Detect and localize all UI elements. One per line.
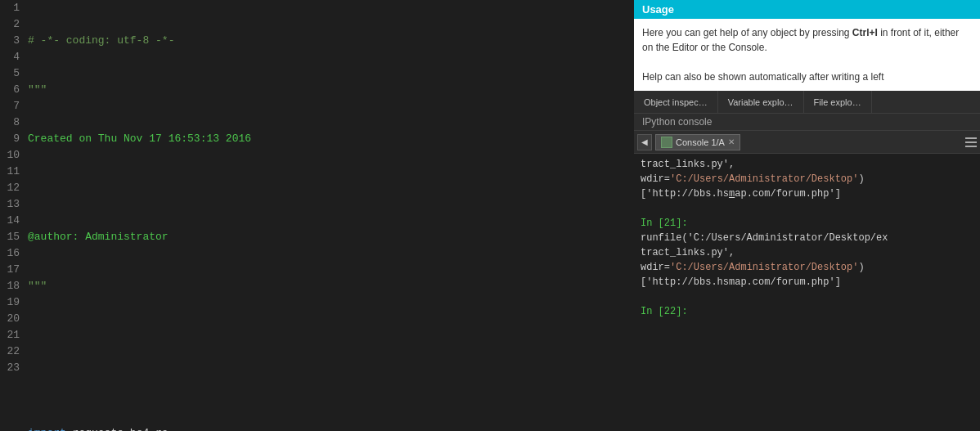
usage-body: Here you can get help of any object by p… [634,19,980,91]
tab-variable-explorer[interactable]: Variable explo… [718,91,804,113]
console-output-line: ['http://bbs.hsmap.com/forum.php'] [641,186,973,201]
tab-object-inspector[interactable]: Object inspec… [634,91,718,113]
console-output[interactable]: tract_links.py', wdir='C:/Users/Administ… [634,154,980,431]
console-output-line: runfile('C:/Users/Administrator/Desktop/… [641,231,973,245]
console-output-line: wdir='C:/Users/Administrator/Desktop') [641,172,973,186]
usage-shortcut: Ctrl+I [852,27,878,38]
console-icon [661,137,672,148]
console-prompt-22: In [22]: [641,304,973,319]
console-output-line: ['http://bbs.hsmap.com/forum.php'] [641,275,973,290]
code-content[interactable]: # -*- coding: utf-8 -*- """ Created on T… [25,0,634,431]
usage-text3: Help can also be shown automatically aft… [642,71,883,83]
right-panel: Usage Here you can get help of any objec… [634,0,980,431]
usage-header: Usage [634,0,980,19]
editor-panel: 1 2 3 4 5 6 7 8 9 10 11 12 13 14 15 16 1… [0,0,634,431]
console-output-line [641,290,973,304]
console-back-button[interactable]: ◀ [637,134,652,150]
console-tab[interactable]: Console 1/A ✕ [655,134,740,150]
console-prompt-21: In [21]: [641,216,973,231]
console-tab-label: Console 1/A [676,137,725,147]
console-output-line: tract_links.py', [641,245,973,260]
usage-tooltip: Usage Here you can get help of any objec… [634,0,980,91]
console-close-button[interactable]: ✕ [728,137,735,146]
console-toolbar: ◀ Console 1/A ✕ [634,131,980,154]
console-output-line: wdir='C:/Users/Administrator/Desktop') [641,260,973,275]
tab-file-explorer[interactable]: File explo… [804,91,872,113]
console-output-line [641,201,973,216]
console-output-line: tract_links.py', [641,157,973,172]
console-menu-button[interactable] [965,137,977,147]
tabs-bar: Object inspec… Variable explo… File expl… [634,91,980,114]
line-numbers: 1 2 3 4 5 6 7 8 9 10 11 12 13 14 15 16 1… [0,0,25,431]
ipython-console-label: IPython console [634,114,980,131]
usage-text1: Here you can get help of any object by p… [642,27,852,38]
